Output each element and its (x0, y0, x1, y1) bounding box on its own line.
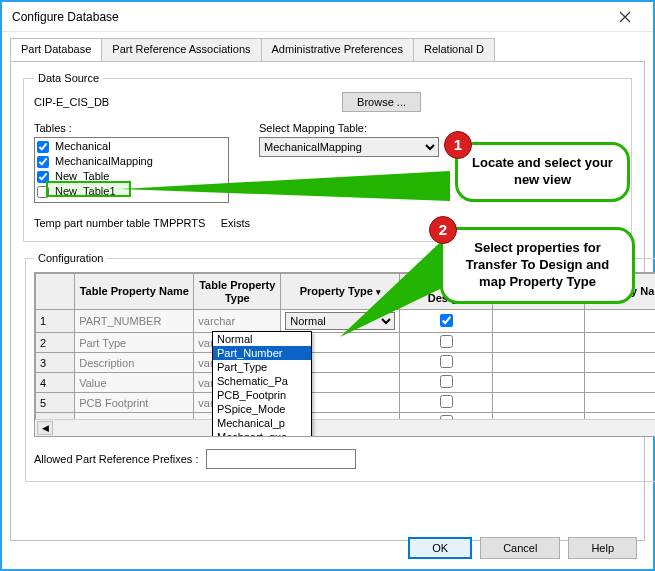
close-icon (619, 11, 631, 23)
cell-table-property-name: PCB Footprint (75, 393, 194, 413)
dropdown-option[interactable]: Mechanical_p (213, 416, 311, 430)
window-title: Configure Database (12, 10, 119, 24)
dropdown-option[interactable]: Mechpart_qua (213, 430, 311, 437)
cell-property-name[interactable] (585, 393, 655, 413)
prefixes-label: Allowed Part Reference Prefixes : (34, 453, 198, 465)
grid-row[interactable]: 3Descriptionvarchar (36, 353, 656, 373)
table-label: Mechanical (55, 139, 111, 154)
svg-marker-0 (120, 171, 450, 201)
dialog-buttons: OK Cancel Help (408, 537, 637, 559)
row-number: 3 (36, 353, 75, 373)
dropdown-option[interactable]: PSpice_Mode (213, 402, 311, 416)
tab-admin-prefs[interactable]: Administrative Preferences (261, 38, 414, 61)
temp-table-status: Exists (221, 217, 250, 229)
cell-table-property-name: Value (75, 373, 194, 393)
cancel-button[interactable]: Cancel (480, 537, 560, 559)
prefixes-input[interactable] (206, 449, 356, 469)
transfer-checkbox[interactable] (440, 375, 453, 388)
tables-label: Tables : (34, 122, 229, 134)
callout-1: 1 Locate and select your new view (455, 142, 630, 202)
ok-button[interactable]: OK (408, 537, 472, 559)
row-number: 5 (36, 393, 75, 413)
mapping-table-select[interactable]: MechanicalMapping (259, 137, 439, 157)
row-number: 1 (36, 310, 75, 333)
table-row[interactable]: Mechanical (37, 139, 226, 154)
browse-button[interactable]: Browse ... (342, 92, 421, 112)
data-source-legend: Data Source (34, 72, 103, 84)
cell-orcad-property-name[interactable] (492, 393, 585, 413)
database-name: CIP-E_CIS_DB (34, 96, 109, 108)
transfer-checkbox[interactable] (440, 395, 453, 408)
tab-part-ref-assoc[interactable]: Part Reference Associations (101, 38, 261, 61)
tab-strip: Part Database Part Reference Association… (10, 38, 645, 61)
cell-property-name[interactable] (585, 373, 655, 393)
cell-orcad-property-name[interactable] (492, 373, 585, 393)
cell-property-name[interactable] (585, 353, 655, 373)
cell-transfer-to-design[interactable] (400, 353, 493, 373)
grid-row[interactable]: 5PCB Footprintvarchar (36, 393, 656, 413)
cell-table-property-name: PART_NUMBER (75, 310, 194, 333)
cell-table-property-type: varchar (194, 310, 281, 333)
cell-orcad-property-name[interactable] (492, 353, 585, 373)
cell-transfer-to-design[interactable] (400, 373, 493, 393)
callout-2: 2 Select properties for Transfer To Desi… (440, 227, 635, 304)
cell-table-property-name: Part Type (75, 333, 194, 353)
table-label: New_Table1 (55, 184, 116, 199)
mapping-table-label: Select Mapping Table: (259, 122, 621, 134)
dropdown-option[interactable]: Normal (213, 332, 311, 346)
cell-transfer-to-design[interactable] (400, 393, 493, 413)
row-number: 2 (36, 333, 75, 353)
cell-property-name[interactable] (585, 310, 655, 333)
dropdown-option[interactable]: PCB_Footprin (213, 388, 311, 402)
help-button[interactable]: Help (568, 537, 637, 559)
callout-badge-1: 1 (444, 131, 472, 159)
row-number: 4 (36, 373, 75, 393)
callout-1-pointer (120, 167, 460, 207)
dropdown-option[interactable]: Schematic_Pa (213, 374, 311, 388)
dropdown-option[interactable]: Part_Type (213, 360, 311, 374)
scroll-left-arrow[interactable]: ◀ (37, 421, 53, 435)
table-checkbox[interactable] (37, 156, 49, 168)
close-button[interactable] (605, 5, 645, 29)
grid-header: Table Property Type (194, 274, 281, 310)
grid-row[interactable]: 4Valuevarchar (36, 373, 656, 393)
cell-orcad-property-name[interactable] (492, 310, 585, 333)
titlebar: Configure Database (2, 2, 653, 32)
cell-orcad-property-name[interactable] (492, 333, 585, 353)
cell-table-property-name: Description (75, 353, 194, 373)
callout-badge-2: 2 (429, 216, 457, 244)
tab-relational[interactable]: Relational D (413, 38, 495, 61)
configuration-legend: Configuration (34, 252, 107, 264)
tab-part-database[interactable]: Part Database (10, 38, 102, 61)
dropdown-option[interactable]: Part_Number (213, 346, 311, 360)
property-type-dropdown[interactable]: Normal Part_Number Part_Type Schematic_P… (212, 331, 312, 437)
table-checkbox[interactable] (37, 141, 49, 153)
grid-header (36, 274, 75, 310)
cell-property-name[interactable] (585, 333, 655, 353)
table-checkbox[interactable] (37, 186, 49, 198)
table-checkbox[interactable] (37, 171, 49, 183)
grid-header: Table Property Name (75, 274, 194, 310)
configure-database-dialog: Configure Database Part Database Part Re… (0, 0, 655, 571)
table-label: New_Table (55, 169, 109, 184)
temp-table-label: Temp part number table TMPPRTS (34, 217, 205, 229)
grid-horizontal-scrollbar[interactable]: ◀ ▶ (35, 419, 655, 436)
transfer-checkbox[interactable] (440, 355, 453, 368)
